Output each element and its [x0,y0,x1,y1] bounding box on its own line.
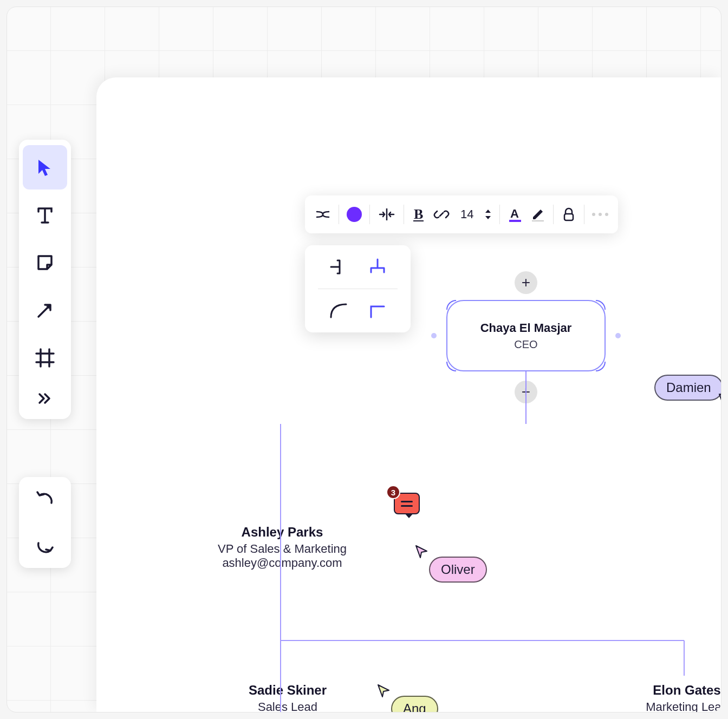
sticky-note-tool[interactable] [23,240,67,285]
svg-text:B: B [414,206,423,222]
glenney-email: jamesglenney@com [703,556,722,570]
svg-rect-13 [509,220,521,222]
expand-tools-button[interactable] [23,383,67,414]
collaborator-ang: Ang [378,696,438,713]
bold-button[interactable]: B [412,206,426,223]
fill-color-button[interactable] [347,207,362,222]
curve-connector-icon[interactable] [329,301,348,321]
comment-thread[interactable]: 3 [394,493,420,514]
elbow-connector-icon[interactable] [368,301,387,321]
format-toolbar: B 14 A [305,195,618,233]
ceo-node[interactable]: Chaya El Masjar CEO [446,300,606,371]
stepper-down-icon[interactable] [484,215,492,220]
glenney-role: VP of Operatio [703,542,722,556]
font-size-value[interactable]: 14 [457,207,477,221]
selection-handle-left[interactable] [431,333,437,338]
branch-down-icon[interactable] [368,257,387,277]
collaborator-damien: Damien [654,375,722,401]
edit-pencil-button[interactable] [530,207,545,222]
add-above-button[interactable]: + [515,271,537,294]
font-size-stepper[interactable] [484,208,492,220]
ceo-role: CEO [514,338,537,351]
glenney-name: J. Glenney [703,525,722,540]
arrow-tool[interactable] [23,288,67,332]
oliver-label: Oliver [429,557,487,583]
app-frame: B 14 A [6,6,722,713]
link-button[interactable] [433,206,450,223]
svg-rect-14 [532,220,544,221]
text-tool[interactable] [23,193,67,237]
ang-label: Ang [391,696,438,713]
align-button[interactable] [378,206,396,223]
more-button[interactable] [592,213,608,216]
redo-button[interactable] [34,535,56,557]
branch-left-icon[interactable] [329,257,348,277]
undo-button[interactable] [34,488,56,509]
cursor-icon [377,684,391,698]
sadie-node[interactable]: Sadie Skiner Sales Lead sadie@company.co… [214,683,361,713]
text-color-button[interactable]: A [508,206,523,223]
elon-name: Elon Gates [611,683,722,698]
canvas[interactable]: B 14 A [96,77,721,712]
cursor-icon [415,545,429,559]
frame-tool[interactable] [23,336,67,380]
svg-rect-15 [564,214,573,220]
lock-button[interactable] [561,206,576,223]
elon-node[interactable]: Elon Gates Marketing Lead el.gates@compa… [611,683,722,713]
stepper-up-icon[interactable] [484,208,492,214]
damien-label: Damien [654,375,722,401]
svg-text:A: A [510,207,519,220]
connector-style-button[interactable] [315,206,331,223]
add-below-button[interactable]: + [515,381,537,403]
ashley-role: VP of Sales & Marketing [204,542,361,556]
cursor-icon [718,393,722,407]
ashley-node[interactable]: Ashley Parks VP of Sales & Marketing ash… [204,525,361,570]
connector-lines [96,77,721,712]
glenney-node[interactable]: J. Glenney VP of Operatio jamesglenney@c… [703,525,722,570]
sadie-role: Sales Lead [214,700,361,713]
ashley-email: ashley@company.com [204,556,361,570]
comment-count-badge: 3 [386,485,400,499]
selection-handle-right[interactable] [615,333,621,338]
ashley-name: Ashley Parks [204,525,361,540]
elon-role: Marketing Lead [611,700,722,713]
tools-toolbar [19,140,71,419]
collaborator-oliver: Oliver [416,557,487,583]
sadie-name: Sadie Skiner [214,683,361,698]
connector-style-popover [305,245,411,332]
history-toolbar [19,477,71,568]
ceo-name: Chaya El Masjar [480,321,572,335]
select-tool[interactable] [23,145,67,189]
